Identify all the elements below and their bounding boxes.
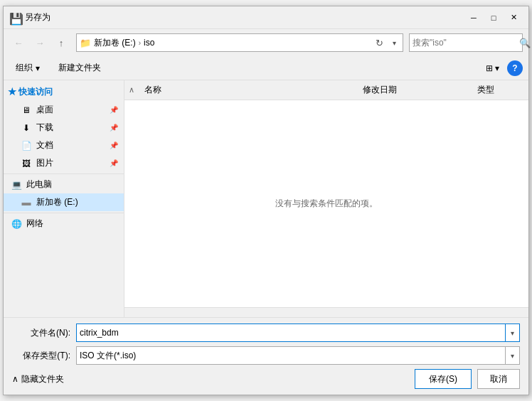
sidebar-item-pictures[interactable]: 🖼 图片 📌 xyxy=(4,154,124,172)
main-content: ★ 快速访问 🖥 桌面 📌 ⬇ 下载 📌 📄 文档 📌 xyxy=(4,80,528,317)
documents-pin-icon: 📌 xyxy=(110,141,118,149)
save-button[interactable]: 保存(S) xyxy=(415,369,472,389)
sidebar-item-drive[interactable]: ▬ 新加卷 (E:) xyxy=(4,193,124,211)
dialog-title: 另存为 xyxy=(25,11,50,23)
sidebar-item-drive-label: 新加卷 (E:) xyxy=(36,196,78,208)
column-date-header[interactable]: 修改日期 xyxy=(357,84,472,96)
network-icon: 🌐 xyxy=(11,219,22,229)
crumb-chevron: › xyxy=(139,39,141,47)
documents-icon: 📄 xyxy=(21,141,32,151)
search-box: 🔍 xyxy=(409,33,523,52)
desktop-pin-icon: 📌 xyxy=(110,106,118,114)
column-type-header[interactable]: 类型 xyxy=(472,84,528,96)
sidebar-divider-1 xyxy=(4,173,124,174)
title-bar-left: 💾 另存为 xyxy=(9,11,50,23)
sidebar-item-thispc[interactable]: 💻 此电脑 xyxy=(4,176,124,193)
organize-dropdown-icon: ▾ xyxy=(36,63,40,73)
filename-input-container: ▾ xyxy=(76,324,520,342)
this-pc-icon: 💻 xyxy=(11,180,22,190)
toolbar-right: ⊞ ▾ ? xyxy=(481,59,523,77)
pictures-pin-icon: 📌 xyxy=(110,159,118,167)
crumb-folder[interactable]: iso xyxy=(144,38,154,48)
view-button[interactable]: ⊞ ▾ xyxy=(481,59,504,77)
title-bar-controls: ─ □ ✕ xyxy=(464,11,523,25)
column-name-header[interactable]: 名称 xyxy=(139,84,357,96)
pictures-icon: 🖼 xyxy=(21,159,32,169)
address-bar[interactable]: 📁 新加卷 (E:) › iso ↻ ▾ xyxy=(76,33,403,52)
column-up-button[interactable]: ∧ xyxy=(124,85,139,95)
back-button[interactable]: ← xyxy=(9,34,28,51)
address-breadcrumb: 新加卷 (E:) › iso xyxy=(94,37,154,49)
sidebar-item-downloads[interactable]: ⬇ 下载 📌 xyxy=(4,119,124,137)
crumb-drive[interactable]: 新加卷 (E:) xyxy=(94,37,136,49)
drive-icon: ▬ xyxy=(21,198,32,208)
horizontal-scrollbar[interactable] xyxy=(124,307,528,317)
filetype-row: 保存类型(T): ISO 文件(*.iso) ▾ xyxy=(12,346,520,365)
bottom-area: 文件名(N): ▾ 保存类型(T): ISO 文件(*.iso) ▾ ∧ 隐藏文… xyxy=(4,317,528,395)
filename-input[interactable] xyxy=(76,324,506,342)
view-dropdown-icon: ▾ xyxy=(495,63,499,73)
bottom-buttons-row: ∧ 隐藏文件夹 保存(S) 取消 xyxy=(12,369,520,389)
sidebar-item-pictures-label: 图片 xyxy=(36,157,53,169)
quick-access-header[interactable]: ★ 快速访问 xyxy=(4,83,124,101)
minimize-button[interactable]: ─ xyxy=(464,11,483,25)
hide-folders-label: 隐藏文件夹 xyxy=(21,373,64,385)
hide-folders-button[interactable]: ∧ 隐藏文件夹 xyxy=(12,373,64,385)
organize-button[interactable]: 组织 ▾ xyxy=(9,59,46,77)
file-list-content: 没有与搜索条件匹配的项。 xyxy=(124,100,528,307)
filename-dropdown-button[interactable]: ▾ xyxy=(506,324,520,342)
sidebar-item-network-label: 网络 xyxy=(26,218,43,230)
dialog-icon: 💾 xyxy=(9,12,21,23)
cancel-button[interactable]: 取消 xyxy=(477,369,520,389)
downloads-icon: ⬇ xyxy=(21,123,32,133)
sidebar-item-documents-label: 文档 xyxy=(36,139,53,151)
navigation-toolbar: ← → ↑ 📁 新加卷 (E:) › iso ↻ ▾ 🔍 xyxy=(4,29,528,56)
filetype-label: 保存类型(T): xyxy=(12,350,76,362)
sidebar-item-desktop[interactable]: 🖥 桌面 📌 xyxy=(4,101,124,119)
address-dropdown-button[interactable]: ▾ xyxy=(388,35,400,50)
title-bar: 💾 另存为 ─ □ ✕ xyxy=(4,6,528,29)
sidebar-item-documents[interactable]: 📄 文档 📌 xyxy=(4,137,124,154)
filename-label: 文件名(N): xyxy=(12,327,76,339)
save-as-dialog: 💾 另存为 ─ □ ✕ ← → ↑ 📁 新加卷 (E:) › iso ↻ ▾ xyxy=(3,6,529,395)
maximize-button[interactable]: □ xyxy=(484,11,503,25)
downloads-pin-icon: 📌 xyxy=(110,124,118,132)
new-folder-button[interactable]: 新建文件夹 xyxy=(52,59,107,77)
quick-access-icon: ★ 快速访问 xyxy=(8,86,53,98)
search-input[interactable] xyxy=(413,38,519,48)
search-icon[interactable]: 🔍 xyxy=(519,38,531,48)
filetype-dropdown-button[interactable]: ▾ xyxy=(506,346,520,365)
secondary-toolbar: 组织 ▾ 新建文件夹 ⊞ ▾ ? xyxy=(4,56,528,80)
filetype-select[interactable]: ISO 文件(*.iso) xyxy=(76,346,506,365)
filetype-select-container: ISO 文件(*.iso) ▾ xyxy=(76,346,520,365)
sidebar-item-desktop-label: 桌面 xyxy=(36,104,53,116)
view-icon: ⊞ xyxy=(486,63,493,73)
sidebar-item-thispc-label: 此电脑 xyxy=(26,178,52,191)
empty-message: 没有与搜索条件匹配的项。 xyxy=(275,198,378,210)
sidebar-item-network[interactable]: 🌐 网络 xyxy=(4,215,124,232)
forward-button[interactable]: → xyxy=(31,34,49,51)
sidebar-item-downloads-label: 下载 xyxy=(36,122,53,134)
close-button[interactable]: ✕ xyxy=(504,11,523,25)
action-buttons: 保存(S) 取消 xyxy=(415,369,520,389)
up-button[interactable]: ↑ xyxy=(52,34,70,51)
organize-label: 组织 xyxy=(16,62,33,74)
filename-row: 文件名(N): ▾ xyxy=(12,324,520,342)
sidebar-divider-2 xyxy=(4,213,124,213)
column-header: ∧ 名称 修改日期 类型 xyxy=(124,80,528,100)
hide-folders-chevron: ∧ xyxy=(12,374,18,384)
address-folder-icon: 📁 xyxy=(80,38,91,48)
sidebar: ★ 快速访问 🖥 桌面 📌 ⬇ 下载 📌 📄 文档 📌 xyxy=(4,80,124,317)
help-button[interactable]: ? xyxy=(507,60,523,76)
desktop-icon: 🖥 xyxy=(21,105,32,115)
file-list-area: ∧ 名称 修改日期 类型 没有与搜索条件匹配的项。 xyxy=(124,80,528,317)
refresh-button[interactable]: ↻ xyxy=(371,35,387,50)
